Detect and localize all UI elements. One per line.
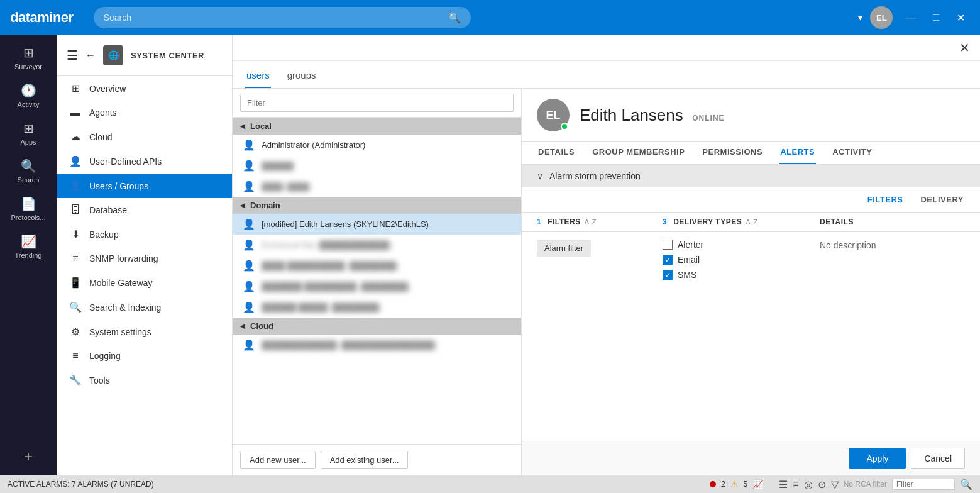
alarm-filter-chip[interactable]: Alarm filter <box>537 240 591 257</box>
fd-tab-filters[interactable]: FILTERS <box>866 192 905 207</box>
sidebar-item-trending[interactable]: 📈 Trending <box>3 229 53 264</box>
user-item-edith[interactable]: 👤 [modified] Edith Lansens (SKYLINE2\Edi… <box>233 214 521 235</box>
dropdown-chevron-icon[interactable]: ▾ <box>858 13 862 23</box>
tab-activity[interactable]: ACTIVITY <box>831 142 873 164</box>
user-item-emmanuel[interactable]: 👤 Emmanuel Bal (████████████) <box>233 235 521 255</box>
nav-label-database: Database <box>89 205 127 215</box>
add-existing-user-button[interactable]: Add existing user... <box>321 451 409 469</box>
nav-item-database[interactable]: 🗄 Database <box>57 198 232 222</box>
sidebar-item-surveyor[interactable]: ⊞ Surveyor <box>3 40 53 75</box>
sidebar-item-protocols[interactable]: 📄 Protocols... <box>3 191 53 226</box>
main-tabs-bar: users groups <box>233 61 980 89</box>
user-item-2[interactable]: 👤 ██████ <box>233 155 521 176</box>
mobile-icon: 📱 <box>69 277 82 289</box>
filter-input[interactable] <box>240 94 514 112</box>
user-list: ◀ Local 👤 Administrator (Administrator) … <box>233 118 521 444</box>
status-search-icon[interactable]: 🔍 <box>960 479 972 490</box>
alarm-storm-section[interactable]: ∨ Alarm storm prevention <box>522 165 980 187</box>
tab-users[interactable]: users <box>245 66 271 88</box>
status-filter-input[interactable] <box>892 479 955 490</box>
filters-label: FILTERS <box>548 218 581 226</box>
group-header-local[interactable]: ◀ Local <box>233 118 521 135</box>
nav-item-search-indexing[interactable]: 🔍 Search & Indexing <box>57 295 232 319</box>
nav-item-system-settings[interactable]: ⚙ System settings <box>57 319 232 344</box>
user-item-5[interactable]: 👤 ████ ██████████ (████████) <box>233 255 521 276</box>
sms-checkbox[interactable]: ✓ <box>663 270 673 280</box>
funnel-icon[interactable]: ▽ <box>831 479 839 490</box>
sidebar-item-search[interactable]: 🔍 Search <box>3 153 53 189</box>
tab-permissions[interactable]: PERMISSIONS <box>701 142 764 164</box>
group-header-cloud[interactable]: ◀ Cloud <box>233 318 521 335</box>
apply-button[interactable]: Apply <box>849 448 906 469</box>
nav-item-tools[interactable]: 🔧 Tools <box>57 368 232 392</box>
nav-item-agents[interactable]: ▬ Agents <box>57 101 232 125</box>
user-icon-2: 👤 <box>243 160 255 172</box>
yellow-alarm-count: 5 <box>744 480 748 489</box>
search-bar[interactable]: 🔍 <box>94 7 471 28</box>
user-detail-avatar: EL <box>537 99 570 131</box>
no-description-text: No description <box>820 238 876 250</box>
email-checkbox[interactable]: ✓ <box>663 255 673 265</box>
alerter-checkbox[interactable] <box>663 240 673 250</box>
nav-item-mobile-gateway[interactable]: 📱 Mobile Gateway <box>57 270 232 295</box>
tab-details[interactable]: DETAILS <box>537 142 576 164</box>
filters-sort[interactable]: A-Z <box>585 218 597 226</box>
sidebar-label-surveyor: Surveyor <box>14 63 42 70</box>
user-display-6: ███████ █████████ (████████) <box>262 282 410 291</box>
add-new-user-button[interactable]: Add new user... <box>240 451 316 469</box>
minimize-button[interactable]: — <box>900 9 920 26</box>
status-bar: ACTIVE ALARMS: 7 ALARMS (7 UNREAD) 2 ⚠ 5… <box>0 475 980 493</box>
close-window-button[interactable]: ✕ <box>952 9 970 26</box>
protocols-icon: 📄 <box>21 196 36 211</box>
user-detail-header: EL Edith Lansens ONLINE <box>522 89 980 142</box>
user-item-admin[interactable]: 👤 Administrator (Administrator) <box>233 135 521 155</box>
tab-group-membership[interactable]: GROUP MEMBERSHIP <box>591 142 686 164</box>
sidebar-label-activity: Activity <box>18 101 40 108</box>
user-display-2: ██████ <box>262 162 294 170</box>
back-button[interactable]: ← <box>85 50 96 61</box>
target-icon[interactable]: ⊙ <box>818 479 826 490</box>
tab-groups[interactable]: groups <box>286 66 317 88</box>
user-avatar[interactable]: EL <box>870 6 893 29</box>
fd-tab-delivery[interactable]: DELIVERY <box>919 192 965 207</box>
group-arrow-icon-cloud: ◀ <box>240 323 245 330</box>
group-header-domain[interactable]: ◀ Domain <box>233 197 521 214</box>
user-icon-5: 👤 <box>243 260 255 272</box>
search-input[interactable] <box>104 13 443 23</box>
app-logo: dataminer <box>10 9 74 26</box>
maximize-button[interactable]: □ <box>928 9 944 26</box>
nav-item-user-defined-apis[interactable]: 👤 User-Defined APIs <box>57 149 232 174</box>
filter-bars-icon[interactable]: ≡ <box>793 479 798 490</box>
sidebar-item-activity[interactable]: 🕐 Activity <box>3 78 53 113</box>
delivery-sort[interactable]: A-Z <box>746 218 757 226</box>
user-icon-emmanuel: 👤 <box>243 239 255 251</box>
user-item-6[interactable]: 👤 ███████ █████████ (████████) <box>233 276 521 297</box>
apps-icon: ⊞ <box>23 121 34 136</box>
yellow-alarm-icon: ⚠ <box>730 479 739 489</box>
chart-icon[interactable]: 📈 <box>752 479 763 489</box>
sidebar-item-apps[interactable]: ⊞ Apps <box>3 116 53 151</box>
nav-label-backup: Backup <box>89 230 119 240</box>
nav-item-cloud[interactable]: ☁ Cloud <box>57 125 232 149</box>
sidebar-add-button[interactable]: + <box>24 448 33 465</box>
user-item-3[interactable]: 👤 ████ (████) <box>233 176 521 197</box>
list-icon[interactable]: ☰ <box>779 479 788 490</box>
user-item-cloud1[interactable]: 👤 █████████████ (████████████████) <box>233 335 521 355</box>
group-label-local: Local <box>250 121 272 131</box>
module-icon: 🌐 <box>103 45 123 65</box>
nav-item-snmp[interactable]: ≡ SNMP forwarding <box>57 246 232 270</box>
nav-item-overview[interactable]: ⊞ Overview <box>57 76 232 101</box>
tab-alerts[interactable]: ALERTS <box>779 142 816 164</box>
module-title: SYSTEM CENTER <box>131 51 204 60</box>
hamburger-icon[interactable]: ☰ <box>67 48 78 63</box>
pie-chart-icon[interactable]: ◎ <box>804 479 813 490</box>
panel-close-button[interactable]: ✕ <box>959 40 970 55</box>
user-item-7[interactable]: 👤 ██████ █████ (████████) <box>233 297 521 318</box>
sidebar-label-protocols: Protocols... <box>11 214 45 221</box>
nav-label-agents: Agents <box>89 108 117 118</box>
cancel-button[interactable]: Cancel <box>911 448 965 469</box>
nav-item-logging[interactable]: ≡ Logging <box>57 344 232 368</box>
alerter-label: Alerter <box>678 240 703 250</box>
nav-item-backup[interactable]: ⬇ Backup <box>57 222 232 246</box>
nav-item-users-groups[interactable]: 👤 Users / Groups <box>57 174 232 198</box>
